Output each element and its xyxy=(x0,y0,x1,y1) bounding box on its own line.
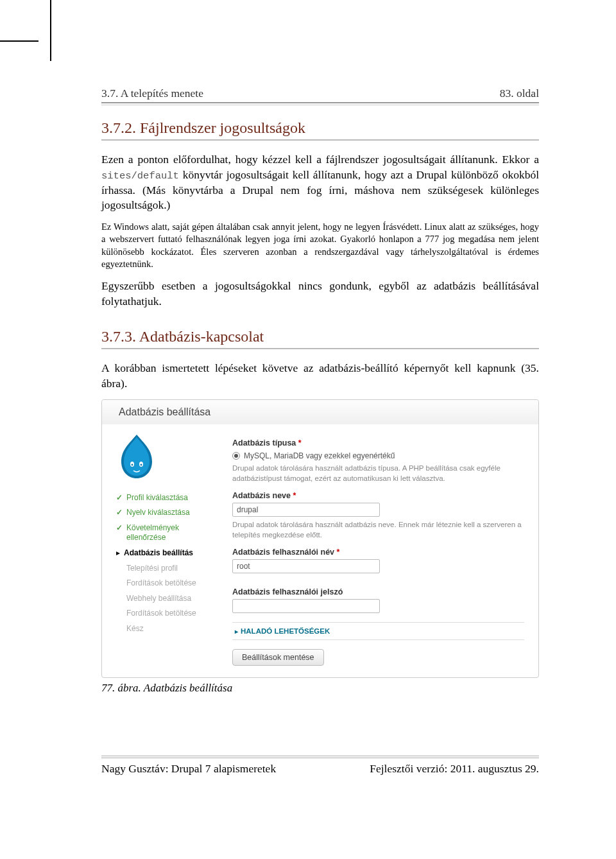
heading-373: 3.7.3. Adatbázis-kapcsolat xyxy=(101,328,539,349)
db-user-input[interactable] xyxy=(232,559,380,573)
step-label: Nyelv kiválasztása xyxy=(126,508,190,518)
db-name-label: Adatbázis neve * xyxy=(232,491,524,500)
install-step: Telepítési profil xyxy=(116,564,216,574)
install-step: ✓Profil kiválasztása xyxy=(116,493,216,503)
footer-author: Nagy Gusztáv: Drupal 7 alapismeretek xyxy=(101,762,276,776)
db-name-input[interactable] xyxy=(232,503,380,517)
header-page: 83. oldal xyxy=(500,87,539,100)
header-section: 3.7. A telepítés menete xyxy=(101,87,203,100)
header-rule xyxy=(101,102,539,105)
install-step: Webhely beállítása xyxy=(116,594,216,604)
install-step: Kész xyxy=(116,624,216,634)
step-label: Telepítési profil xyxy=(126,564,178,574)
db-pass-input[interactable] xyxy=(232,599,380,613)
screenshot-db-setup: Adatbázis beállítása ✓Profil kiválasztás… xyxy=(101,399,539,678)
page-footer: Nagy Gusztáv: Drupal 7 alapismeretek Fej… xyxy=(101,758,539,776)
db-user-label: Adatbázis felhasználói név * xyxy=(232,548,524,557)
save-button[interactable]: Beállítások mentése xyxy=(232,649,324,666)
install-step: ✓Követelmények ellenőrzése xyxy=(116,523,216,543)
step-label: Fordítások betöltése xyxy=(126,578,196,589)
paragraph: A korábban ismertetett lépéseket követve… xyxy=(101,361,539,391)
step-label: Követelmények ellenőrzése xyxy=(126,523,216,543)
install-step: ✓Nyelv kiválasztása xyxy=(116,508,216,518)
step-label: Fordítások betöltése xyxy=(126,609,196,619)
code-path: sites/default xyxy=(101,170,179,182)
drupal-logo-icon xyxy=(116,433,216,482)
check-icon: ✓ xyxy=(116,523,123,534)
check-icon: ✓ xyxy=(116,508,123,518)
radio-icon xyxy=(232,452,240,460)
text: Ezen a ponton előfordulhat, hogy kézzel … xyxy=(101,153,539,166)
step-label: Webhely beállítása xyxy=(126,594,191,604)
paragraph: Ezen a ponton előfordulhat, hogy kézzel … xyxy=(101,152,539,213)
figure-caption: 77. ábra. Adatbázis beállítása xyxy=(101,682,539,695)
step-label: Adatbázis beállítás xyxy=(124,548,193,559)
triangle-right-icon: ▸ xyxy=(235,628,238,635)
db-type-help: Drupal adatok tárolására használt adatbá… xyxy=(232,463,524,483)
panel-title: Adatbázis beállítása xyxy=(102,400,538,424)
svg-point-2 xyxy=(132,464,133,465)
check-icon: ✓ xyxy=(116,493,123,503)
db-type-radio[interactable]: MySQL, MariaDB vagy ezekkel egyenértékű xyxy=(232,451,524,460)
page-header: 3.7. A telepítés menete 83. oldal xyxy=(101,87,539,100)
advanced-toggle[interactable]: ▸HALADÓ LEHETŐSÉGEK xyxy=(232,622,524,640)
paragraph-note: Ez Windows alatt, saját gépen általában … xyxy=(101,221,539,271)
paragraph: Egyszerűbb esetben a jogosultságokkal ni… xyxy=(101,279,539,309)
db-type-label: Adatbázis típusa * xyxy=(232,438,524,447)
heading-372: 3.7.2. Fájlrendszer jogosultságok xyxy=(101,119,539,141)
install-step-active: ▸Adatbázis beállítás xyxy=(116,548,216,559)
step-label: Profil kiválasztása xyxy=(126,493,188,503)
radio-label: MySQL, MariaDB vagy ezekkel egyenértékű xyxy=(244,451,395,460)
arrow-icon: ▸ xyxy=(116,548,120,559)
install-step: Fordítások betöltése xyxy=(116,609,216,619)
svg-point-3 xyxy=(141,464,142,465)
footer-version: Fejlesztői verzió: 2011. augusztus 29. xyxy=(370,762,539,776)
advanced-label: HALADÓ LEHETŐSÉGEK xyxy=(241,627,330,635)
db-pass-label: Adatbázis felhasználói jelszó xyxy=(232,587,524,596)
db-name-help: Drupal adatok tárolására használt adatbá… xyxy=(232,519,524,540)
install-step: Fordítások betöltése xyxy=(116,578,216,589)
step-label: Kész xyxy=(126,624,144,634)
